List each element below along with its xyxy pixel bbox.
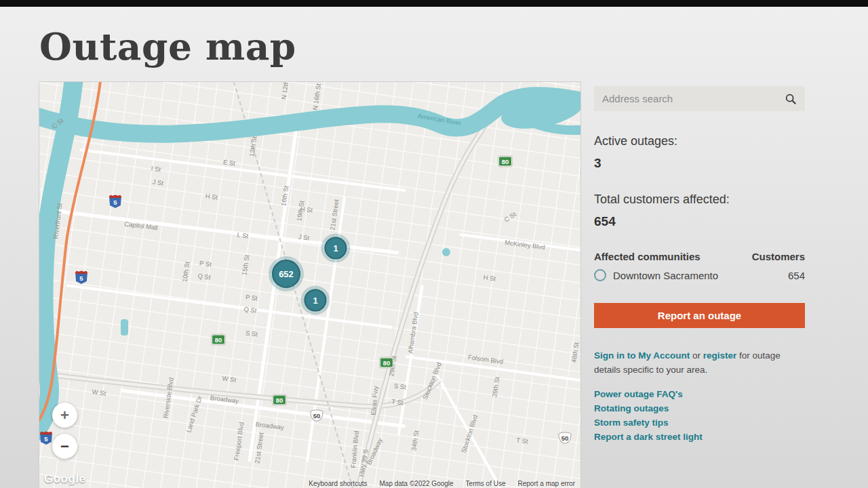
street-label: T St [391, 397, 403, 406]
street-label: J St [152, 178, 164, 187]
street-label: 16th St [279, 185, 290, 206]
quick-links: Power outage FAQ's Rotating outages Stor… [594, 387, 805, 444]
note-middle: or [690, 350, 703, 361]
highway-shield-b80: 80 [273, 395, 286, 405]
community-customers: 654 [788, 270, 805, 281]
communities-header: Affected communities Customers [594, 251, 805, 262]
street-label: N 12th [280, 82, 290, 100]
sign-in-link[interactable]: Sign in to My Account [594, 350, 690, 361]
street-label: Stockton Blvd [460, 414, 479, 454]
active-outages-label: Active outages: [594, 134, 805, 148]
street-label: C St [50, 117, 64, 130]
outage-cluster-marker[interactable]: 652 [272, 260, 300, 288]
street-label: N 16th St [311, 83, 322, 111]
highway-shield-us50: 50 [311, 410, 323, 422]
map-attribution: Keyboard shortcuts Map data ©2022 Google… [39, 479, 580, 488]
street-label: McKinley Blvd [505, 239, 546, 251]
register-link[interactable]: register [703, 350, 737, 361]
street-label: Q St [243, 305, 257, 314]
street-label: American River [417, 112, 462, 127]
street-label: 12th St [248, 136, 258, 157]
zoom-out-button[interactable]: − [52, 434, 77, 459]
keyboard-shortcuts-link[interactable]: Keyboard shortcuts [309, 480, 367, 487]
link-power-outage-faqs[interactable]: Power outage FAQ's [594, 387, 805, 401]
communities-header-right: Customers [752, 251, 805, 262]
street-label: Alhambra Blvd [406, 312, 419, 354]
community-row[interactable]: Downtown Sacramento 654 [594, 269, 805, 281]
address-search-box [594, 86, 805, 111]
highway-shield-i5: 5 [40, 431, 52, 445]
top-black-bar [0, 0, 868, 7]
highway-shield-us50: 50 [559, 432, 572, 444]
link-storm-safety-tips[interactable]: Storm safety tips [594, 415, 805, 430]
street-label: Riverfront St [52, 203, 63, 239]
highway-shield-b80: 80 [212, 335, 225, 345]
street-label: Broadway [210, 394, 239, 405]
outage-map[interactable]: C StRiverfront StCapitol MallI StJ StE S… [39, 82, 580, 488]
page-title: Outage map [39, 24, 296, 68]
outage-cluster-marker[interactable]: 1 [325, 237, 347, 260]
street-label: H St [205, 192, 218, 201]
street-label: P St [245, 293, 258, 302]
street-label: H St [483, 273, 496, 282]
address-search-input[interactable] [602, 93, 785, 104]
street-label: 34th St [410, 430, 420, 451]
street-label: T St [516, 436, 528, 445]
street-label: W St [222, 374, 237, 383]
street-label: Stockton Blvd [421, 361, 443, 401]
terms-of-use-link[interactable]: Terms of Use [466, 480, 506, 487]
street-label: S St [393, 382, 406, 390]
outage-cluster-marker[interactable]: 1 [304, 289, 327, 312]
street-label: H St [300, 205, 313, 214]
street-label: C St [502, 210, 517, 223]
report-map-error-link[interactable]: Report a map error [518, 480, 575, 487]
street-label: 10th St [180, 261, 191, 282]
street-label: S St [245, 329, 258, 338]
street-label: Elvas Fwy [370, 386, 380, 415]
street-label: Freeport Blvd [233, 422, 245, 461]
total-customers-label: Total customers affected: [594, 192, 805, 207]
street-label: 21st Street [328, 199, 340, 230]
report-outage-button[interactable]: Report an outage [594, 303, 805, 328]
highway-shield-i5: 5 [75, 270, 87, 284]
street-label: I St [151, 165, 161, 174]
link-rotating-outages[interactable]: Rotating outages [594, 401, 805, 415]
street-label: 46th St [570, 342, 580, 363]
street-label: Land Park Dr [184, 395, 203, 434]
street-label: E St [222, 158, 235, 167]
communities-header-left: Affected communities [594, 251, 701, 262]
community-radio[interactable] [594, 269, 606, 281]
highway-shield-b80: 80 [498, 157, 512, 167]
street-label: 21st Street [253, 432, 264, 464]
street-label: P St [199, 259, 212, 268]
community-name: Downtown Sacramento [613, 270, 718, 281]
total-customers-value: 654 [594, 214, 805, 229]
account-note: Sign in to My Account or register for ou… [594, 348, 805, 377]
highway-shield-b80: 80 [380, 358, 393, 368]
zoom-in-button[interactable]: + [52, 403, 77, 428]
street-label: Riverside Blvd [161, 377, 174, 419]
street-label: J St [298, 233, 310, 242]
active-outages-value: 3 [594, 156, 805, 171]
search-icon[interactable] [785, 93, 797, 105]
link-report-dark-street-light[interactable]: Report a dark street light [594, 430, 805, 444]
map-data-copyright: Map data ©2022 Google [379, 480, 453, 487]
street-label: L St [237, 231, 249, 240]
highway-shield-i5: 5 [109, 195, 121, 208]
street-label: W St [92, 388, 106, 396]
street-label: Broadway [255, 420, 284, 431]
street-label: Folsom Blvd [467, 353, 503, 365]
street-label: 15th St [240, 254, 250, 275]
outage-sidebar: Active outages: 3 Total customers affect… [594, 86, 805, 444]
street-label: Capitol Mall [124, 220, 159, 232]
street-label: 39th St [490, 376, 500, 397]
street-label: Q St [197, 272, 211, 281]
map-overlays: C StRiverfront StCapitol MallI StJ StE S… [39, 82, 580, 488]
street-label: Franklin Blvd [349, 430, 360, 468]
